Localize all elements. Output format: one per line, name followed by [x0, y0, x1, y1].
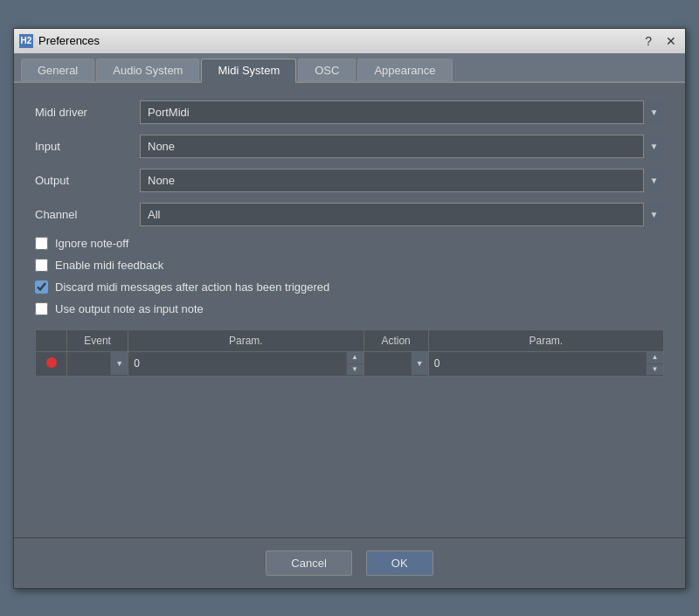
- channel-row: Channel All 1234 5678 9101112 13141516 ▼: [35, 203, 664, 226]
- input-row: Input None ▼: [35, 135, 664, 158]
- ignore-note-off-checkbox[interactable]: [35, 237, 48, 250]
- use-output-note-label: Use output note as input note: [55, 302, 204, 315]
- row-event-cell: ▼: [67, 351, 128, 376]
- param2-spinner-buttons: ▲ ▼: [646, 352, 663, 375]
- tab-osc[interactable]: OSC: [298, 59, 356, 81]
- param1-down-button[interactable]: ▼: [347, 363, 363, 376]
- input-label: Input: [35, 140, 140, 153]
- event-select[interactable]: [67, 352, 128, 375]
- param2-down-button[interactable]: ▼: [647, 363, 663, 376]
- channel-select[interactable]: All 1234 5678 9101112 13141516: [140, 203, 664, 226]
- param2-spinner: ▲ ▼: [429, 352, 663, 375]
- table-header-param2: Param.: [428, 329, 663, 351]
- channel-select-wrapper: All 1234 5678 9101112 13141516 ▼: [140, 203, 664, 226]
- midi-table: Event Param. Action Param.: [35, 329, 664, 377]
- row-action-cell: ▼: [363, 351, 428, 376]
- table-header-indicator: [36, 329, 67, 351]
- title-bar-buttons: ? ✕: [641, 34, 680, 48]
- dialog-title: Preferences: [38, 34, 100, 47]
- help-button[interactable]: ?: [641, 34, 655, 48]
- bottom-bar: Cancel OK: [14, 537, 685, 588]
- checkbox-use-output-note-row: Use output note as input note: [35, 302, 664, 315]
- title-bar-left: H2 Preferences: [19, 34, 100, 48]
- param2-input[interactable]: [429, 352, 646, 375]
- preferences-dialog: H2 Preferences ? ✕ General Audio System …: [13, 28, 686, 589]
- table-header-action: Action: [363, 329, 428, 351]
- midi-driver-label: Midi driver: [35, 106, 140, 119]
- checkbox-midi-feedback-row: Enable midi feedback: [35, 259, 664, 272]
- row-param2-cell: ▲ ▼: [428, 351, 663, 376]
- discard-midi-checkbox[interactable]: [35, 280, 48, 294]
- ok-button[interactable]: OK: [366, 550, 433, 576]
- channel-label: Channel: [35, 208, 140, 221]
- use-output-note-checkbox[interactable]: [35, 302, 48, 315]
- param1-spinner: ▲ ▼: [128, 352, 363, 375]
- tab-general[interactable]: General: [21, 59, 94, 81]
- table-header-param1: Param.: [128, 329, 363, 351]
- content-area: Midi driver PortMidi None ▼ Input None ▼…: [14, 83, 685, 537]
- midi-driver-select-wrapper: PortMidi None ▼: [140, 100, 664, 124]
- param2-up-button[interactable]: ▲: [647, 352, 663, 363]
- tab-audio-system[interactable]: Audio System: [96, 59, 199, 81]
- param1-spinner-buttons: ▲ ▼: [346, 352, 363, 375]
- table-row: ▼ ▲ ▼: [36, 351, 664, 376]
- input-select[interactable]: None: [140, 135, 664, 158]
- output-select-wrapper: None ▼: [140, 169, 664, 192]
- midi-driver-row: Midi driver PortMidi None ▼: [35, 100, 664, 124]
- param1-input[interactable]: [128, 352, 345, 375]
- ignore-note-off-label: Ignore note-off: [55, 237, 128, 250]
- midi-driver-select[interactable]: PortMidi None: [140, 100, 664, 124]
- tab-bar: General Audio System Midi System OSC App…: [14, 53, 685, 83]
- title-bar: H2 Preferences ? ✕: [14, 29, 685, 53]
- discard-midi-label: Discard midi messages after action has b…: [55, 280, 329, 294]
- output-row: Output None ▼: [35, 169, 664, 192]
- tab-appearance[interactable]: Appearance: [357, 59, 452, 81]
- tab-midi-system[interactable]: Midi System: [201, 59, 296, 83]
- table-header-event: Event: [67, 329, 128, 351]
- output-label: Output: [35, 174, 140, 187]
- enable-midi-feedback-checkbox[interactable]: [35, 259, 48, 272]
- param1-up-button[interactable]: ▲: [347, 352, 363, 363]
- action-select[interactable]: [364, 352, 428, 375]
- checkbox-ignore-note-off-row: Ignore note-off: [35, 237, 664, 250]
- red-dot-icon: [46, 357, 57, 368]
- event-select-wrapper: ▼: [67, 352, 128, 375]
- row-indicator-cell: [36, 351, 67, 376]
- enable-midi-feedback-label: Enable midi feedback: [55, 259, 163, 272]
- row-param1-cell: ▲ ▼: [128, 351, 363, 376]
- app-icon: H2: [19, 34, 33, 48]
- action-select-wrapper: ▼: [364, 352, 428, 375]
- close-button[interactable]: ✕: [662, 34, 680, 48]
- output-select[interactable]: None: [140, 169, 664, 192]
- input-select-wrapper: None ▼: [140, 135, 664, 158]
- cancel-button[interactable]: Cancel: [266, 550, 351, 576]
- checkbox-discard-midi-row: Discard midi messages after action has b…: [35, 280, 664, 294]
